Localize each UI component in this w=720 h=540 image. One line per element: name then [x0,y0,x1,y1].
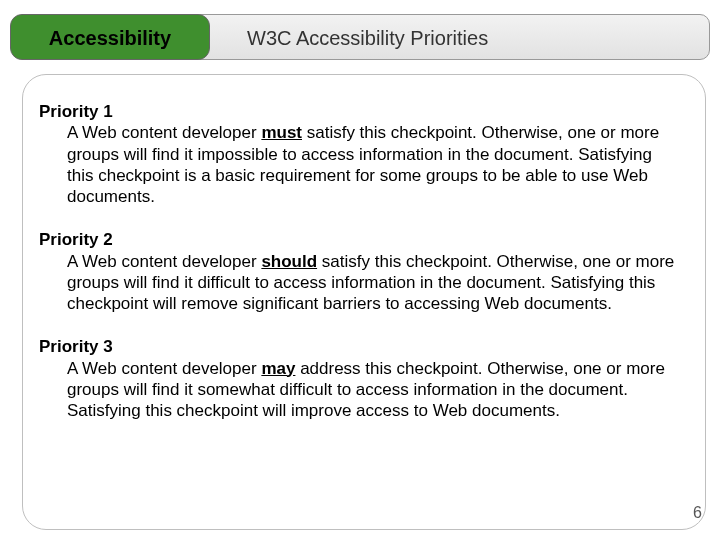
priority-3-block: Priority 3 A Web content developer may a… [39,336,675,421]
priority-2-prefix: A Web content developer [67,252,261,271]
priority-2-heading: Priority 2 [39,229,675,250]
priority-3-body: A Web content developer may address this… [39,358,675,422]
priority-1-block: Priority 1 A Web content developer must … [39,101,675,207]
priority-2-keyword: should [261,252,317,271]
priority-3-keyword: may [261,359,295,378]
slide-header: Accessibility W3C Accessibility Prioriti… [10,14,710,60]
priority-1-keyword: must [261,123,302,142]
priority-1-prefix: A Web content developer [67,123,261,142]
priority-2-body: A Web content developer should satisfy t… [39,251,675,315]
content-panel: Priority 1 A Web content developer must … [22,74,706,530]
priority-1-heading: Priority 1 [39,101,675,122]
slide-title: W3C Accessibility Priorities [190,14,710,60]
page-number: 6 [693,504,702,522]
priority-1-body: A Web content developer must satisfy thi… [39,122,675,207]
topic-tab: Accessibility [10,14,210,60]
priority-3-prefix: A Web content developer [67,359,261,378]
priority-2-block: Priority 2 A Web content developer shoul… [39,229,675,314]
priority-3-heading: Priority 3 [39,336,675,357]
